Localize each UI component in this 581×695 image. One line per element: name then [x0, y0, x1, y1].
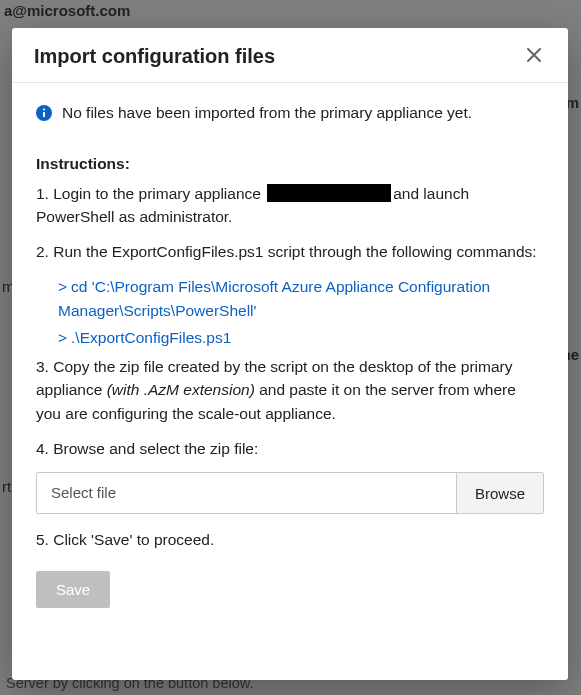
command-run: >.\ExportConfigFiles.ps1: [58, 326, 544, 349]
file-select-row: Select file Browse: [36, 472, 544, 514]
info-icon: [36, 104, 52, 120]
info-text: No files have been imported from the pri…: [62, 101, 544, 124]
modal-header: Import configuration files: [12, 28, 568, 83]
close-icon: [527, 48, 541, 65]
modal-title: Import configuration files: [34, 45, 275, 68]
command-cd: >cd 'C:\Program Files\Microsoft Azure Ap…: [58, 275, 544, 322]
instruction-step-2: 2. Run the ExportConfigFiles.ps1 script …: [36, 240, 544, 263]
save-button[interactable]: Save: [36, 571, 110, 608]
bg-fragment-rt: rt: [2, 478, 11, 495]
svg-rect-1: [43, 112, 45, 117]
redacted-hostname: [267, 184, 391, 202]
modal-body: No files have been imported from the pri…: [12, 83, 568, 628]
instructions-heading: Instructions:: [36, 152, 544, 175]
instruction-step-4: 4. Browse and select the zip file:: [36, 437, 544, 460]
instruction-step-5: 5. Click 'Save' to proceed.: [36, 528, 544, 551]
instruction-step-3: 3. Copy the zip file created by the scri…: [36, 355, 544, 425]
step3-italic: (with .AzM extension): [107, 381, 255, 398]
instruction-step-1: 1. Login to the primary appliance and la…: [36, 182, 544, 229]
info-banner: No files have been imported from the pri…: [36, 101, 544, 124]
step1-part-a: 1. Login to the primary appliance: [36, 185, 265, 202]
close-button[interactable]: [522, 44, 546, 68]
command-run-text: .\ExportConfigFiles.ps1: [71, 329, 231, 346]
file-input[interactable]: Select file: [37, 473, 456, 513]
bg-email-fragment: a@microsoft.com: [0, 0, 134, 21]
svg-rect-2: [43, 109, 45, 111]
import-config-modal: Import configuration files No files have…: [12, 28, 568, 680]
command-cd-text: cd 'C:\Program Files\Microsoft Azure App…: [58, 278, 490, 318]
browse-button[interactable]: Browse: [456, 473, 543, 513]
